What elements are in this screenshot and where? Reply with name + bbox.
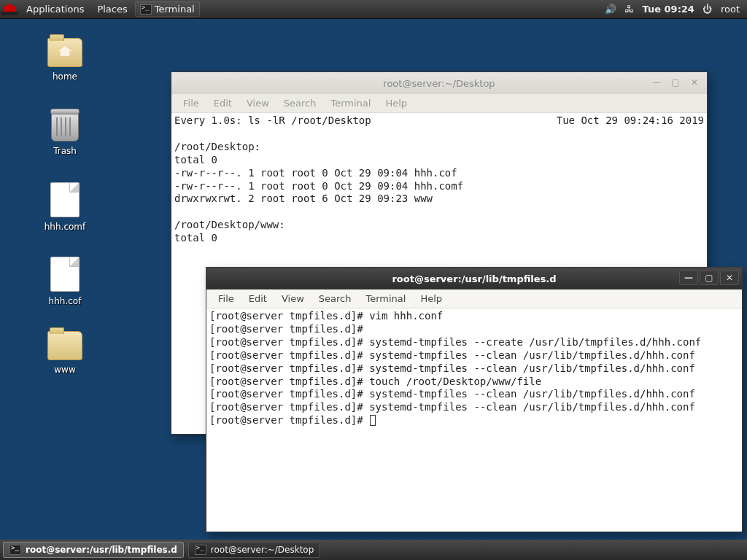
menu-terminal[interactable]: Terminal (325, 96, 376, 111)
menu-search[interactable]: Search (313, 291, 357, 306)
house-icon (47, 38, 82, 67)
terminal-icon (140, 4, 152, 15)
desktop-icon-file-cof[interactable]: hhh.cof (32, 257, 98, 306)
term-line: [root@server tmpfiles.d]# systemd-tmpfil… (209, 362, 695, 374)
term-line: [root@server tmpfiles.d]# vim hhh.conf (209, 310, 443, 322)
menu-file[interactable]: File (177, 96, 205, 111)
active-app-indicator[interactable]: Terminal (135, 1, 200, 17)
bottom-panel: root@server:/usr/lib/tmpfiles.d root@ser… (0, 540, 747, 560)
taskbar-item-tmpfiles[interactable]: root@server:/usr/lib/tmpfiles.d (3, 542, 184, 558)
term-line: drwxrwxrwt. 2 root root 6 Oct 29 09:23 w… (174, 192, 433, 204)
taskbar-label: root@server:/usr/lib/tmpfiles.d (26, 545, 177, 555)
term-line: [root@server tmpfiles.d]# (209, 323, 363, 335)
desktop-icon-file-comf[interactable]: hhh.comf (32, 182, 98, 232)
power-icon[interactable]: ⏻ (702, 4, 713, 15)
user-menu[interactable]: root (721, 4, 740, 15)
term-line: [root@server tmpfiles.d]# systemd-tmpfil… (209, 401, 695, 413)
menu-edit[interactable]: Edit (208, 96, 238, 111)
trash-icon (51, 111, 79, 141)
menu-view[interactable]: View (276, 291, 310, 306)
term-line: [root@server tmpfiles.d]# systemd-tmpfil… (209, 349, 695, 361)
term-line: [root@server tmpfiles.d]# touch /root/De… (209, 376, 541, 387)
terminal-output[interactable]: [root@server tmpfiles.d]# vim hhh.conf [… (206, 308, 742, 532)
titlebar[interactable]: root@server:~/Desktop — ▢ ✕ (171, 72, 707, 94)
menu-view[interactable]: View (241, 96, 275, 111)
minimize-button[interactable]: — (679, 271, 698, 285)
window-title: root@server:~/Desktop (383, 78, 495, 89)
titlebar[interactable]: root@server:/usr/lib/tmpfiles.d — ▢ ✕ (206, 268, 742, 289)
cursor-icon (370, 415, 376, 426)
term-line: -rw-r--r--. 1 root root 0 Oct 29 09:04 h… (174, 180, 463, 192)
terminal-icon (195, 545, 206, 555)
network-icon[interactable]: 🖧 (624, 4, 635, 15)
taskbar-item-desktop[interactable]: root@server:~/Desktop (188, 542, 320, 558)
menu-file[interactable]: File (212, 291, 240, 306)
desktop-icon-trash[interactable]: Trash (32, 111, 98, 156)
volume-icon[interactable]: 🔊 (605, 4, 616, 15)
desktop-icon-home[interactable]: home (32, 38, 98, 82)
watch-timestamp: Tue Oct 29 09:24:16 2019 (557, 114, 704, 128)
places-menu[interactable]: Places (91, 1, 133, 17)
close-button[interactable]: ✕ (685, 75, 704, 90)
desktop[interactable]: home Trash hhh.comf hhh.cof www root@ser… (0, 19, 747, 541)
term-line: /root/Desktop/www: (174, 219, 285, 230)
close-button[interactable]: ✕ (720, 271, 739, 285)
minimize-button[interactable]: — (647, 75, 666, 90)
window-title: root@server:/usr/lib/tmpfiles.d (392, 273, 556, 284)
term-line: [root@server tmpfiles.d]# systemd-tmpfil… (209, 336, 701, 348)
desktop-icon-label: www (32, 365, 98, 375)
term-line: [root@server tmpfiles.d]# systemd-tmpfil… (209, 388, 695, 400)
menu-search[interactable]: Search (278, 96, 322, 111)
watermark-text: 亿速云 (708, 502, 743, 518)
active-app-label: Terminal (155, 4, 195, 15)
file-icon (50, 257, 80, 292)
term-line: /root/Desktop: (174, 141, 260, 152)
file-icon (50, 182, 80, 217)
term-line: total 0 (174, 232, 217, 244)
menu-edit[interactable]: Edit (243, 291, 273, 306)
menu-help[interactable]: Help (379, 96, 413, 111)
menubar: File Edit View Search Terminal Help (171, 94, 707, 113)
menu-terminal[interactable]: Terminal (360, 291, 411, 306)
maximize-button[interactable]: ▢ (666, 75, 685, 90)
watch-command: Every 1.0s: ls -lR /root/Desktop (174, 114, 371, 128)
clock[interactable]: Tue 09:24 (643, 4, 694, 15)
watermark: 亿速云 (683, 502, 743, 518)
term-line: total 0 (174, 154, 217, 166)
terminal-window-tmpfiles[interactable]: root@server:/usr/lib/tmpfiles.d — ▢ ✕ Fi… (206, 267, 743, 532)
term-line: -rw-r--r--. 1 root root 0 Oct 29 09:04 h… (174, 167, 457, 179)
desktop-icon-label: hhh.cof (32, 296, 98, 306)
menu-help[interactable]: Help (414, 291, 448, 306)
folder-icon (47, 331, 82, 360)
applications-menu[interactable]: Applications (20, 1, 90, 17)
distro-logo-icon (3, 4, 16, 15)
taskbar-label: root@server:~/Desktop (211, 545, 314, 555)
desktop-icon-label: hhh.comf (32, 222, 98, 232)
menubar: File Edit View Search Terminal Help (206, 289, 742, 308)
cloud-icon (683, 504, 705, 517)
desktop-icon-label: Trash (32, 146, 98, 156)
term-line: [root@server tmpfiles.d]# (209, 414, 369, 426)
top-panel: Applications Places Terminal 🔊 🖧 Tue 09:… (0, 0, 747, 19)
maximize-button[interactable]: ▢ (700, 271, 719, 285)
desktop-icon-label: home (32, 71, 98, 82)
desktop-icon-folder-www[interactable]: www (32, 331, 98, 375)
terminal-icon (9, 545, 21, 555)
